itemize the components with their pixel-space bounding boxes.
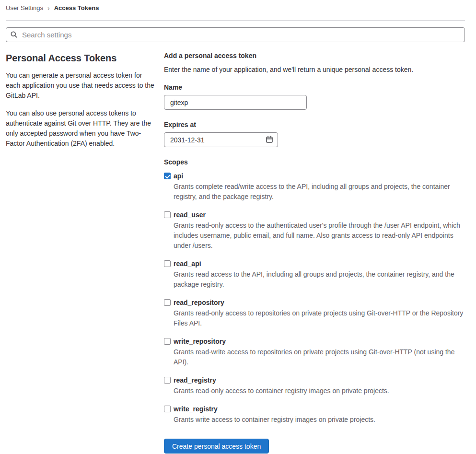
scope-checkbox[interactable]	[164, 211, 171, 218]
scopes-label: Scopes	[164, 157, 465, 167]
scope-description: Grants read-only access to container reg…	[174, 386, 464, 396]
scope-description: Grants read-only access to the authentic…	[174, 221, 464, 251]
scope-name-label[interactable]: read_registry	[174, 376, 216, 384]
breadcrumb: User Settings › Access Tokens	[6, 0, 465, 16]
name-field-group: Name	[164, 82, 465, 110]
scope-row: write_registry Grants write access to co…	[164, 404, 465, 425]
scope-description: Grants read-write access to repositories…	[174, 347, 464, 367]
scope-row: read_registry Grants read-only access to…	[164, 375, 465, 396]
header-divider	[6, 20, 465, 21]
breadcrumb-current-page: Access Tokens	[54, 4, 99, 12]
scope-name-label[interactable]: read_repository	[174, 299, 224, 306]
settings-search	[6, 27, 465, 42]
chevron-right-icon: ›	[47, 5, 50, 11]
scope-row: read_repository Grants read-only access …	[164, 297, 465, 328]
scope-row: read_user Grants read-only access to the…	[164, 210, 465, 251]
scope-checkbox[interactable]	[164, 338, 171, 345]
scope-checkbox[interactable]	[164, 260, 171, 267]
scope-row: read_api Grants read access to the API, …	[164, 258, 465, 290]
access-tokens-page: User Settings › Access Tokens Personal A…	[0, 0, 476, 454]
description-paragraph-1: You can generate a personal access token…	[6, 70, 154, 101]
scope-row: api Grants complete read/write access to…	[164, 171, 465, 202]
search-input[interactable]	[6, 27, 465, 42]
form-subtitle: Enter the name of your application, and …	[164, 65, 465, 75]
scope-description: Grants complete read/write access to the…	[174, 182, 464, 202]
scope-name-label[interactable]: read_api	[174, 260, 201, 268]
scope-checkbox[interactable]	[164, 299, 171, 306]
page-title: Personal Access Tokens	[6, 52, 154, 64]
scope-name-label[interactable]: read_user	[174, 211, 206, 219]
scope-name-label[interactable]: write_registry	[174, 405, 218, 413]
scope-description: Grants read access to the API, including…	[174, 269, 464, 290]
scopes-list: api Grants complete read/write access to…	[164, 171, 465, 425]
scope-row: write_repository Grants read-write acces…	[164, 336, 465, 367]
expires-label: Expires at	[164, 120, 465, 130]
breadcrumb-user-settings[interactable]: User Settings	[6, 4, 43, 12]
scope-name-label[interactable]: api	[174, 172, 183, 180]
token-form: Add a personal access token Enter the na…	[164, 51, 465, 454]
create-token-button[interactable]: Create personal access token	[164, 439, 269, 454]
scope-checkbox[interactable]	[164, 406, 171, 412]
scope-checkbox[interactable]	[164, 377, 171, 384]
scope-description: Grants read-only access to repositories …	[174, 308, 464, 328]
expires-at-input[interactable]	[164, 132, 278, 147]
description-paragraph-2: You can also use personal access tokens …	[6, 108, 154, 149]
content-columns: Personal Access Tokens You can generate …	[6, 51, 465, 454]
scope-checkbox[interactable]	[164, 173, 171, 179]
name-label: Name	[164, 82, 465, 93]
section-description: Personal Access Tokens You can generate …	[6, 51, 154, 454]
scope-description: Grants write access to container registr…	[174, 415, 464, 425]
form-title: Add a personal access token	[164, 51, 465, 61]
expires-field-group: Expires at	[164, 120, 465, 147]
token-name-input[interactable]	[164, 95, 307, 110]
scope-name-label[interactable]: write_repository	[174, 338, 226, 345]
